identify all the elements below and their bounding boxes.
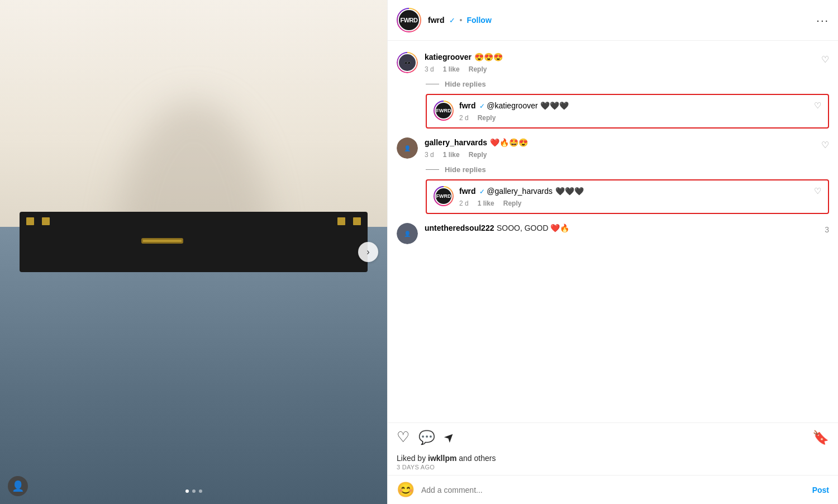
follow-button[interactable]: Follow bbox=[466, 16, 491, 25]
gallery-comment-meta: 3 d 1 like Reply bbox=[425, 151, 829, 159]
reply-gallery-reply-btn[interactable]: Reply bbox=[503, 199, 522, 207]
comments-scroll-area[interactable]: 🕶️ katiegroover 😍😍😍 3 d 1 like Reply ♡ H… bbox=[388, 41, 838, 422]
post-time-ago: 3 days ago bbox=[388, 463, 838, 475]
belt-stud bbox=[25, 216, 35, 226]
action-icons-row: ♡ 💬 ➤ 🔖 bbox=[397, 429, 829, 446]
katie-comment-meta: 3 d 1 like Reply bbox=[425, 65, 829, 73]
carousel-dot-2[interactable] bbox=[192, 489, 196, 493]
post-photo bbox=[0, 0, 387, 504]
hide-replies-gallery[interactable]: Hide replies bbox=[388, 163, 838, 176]
reply-gallery-body: fwrd ✓ @gallery_harvards 🖤🖤🖤 2 d 1 like … bbox=[459, 186, 821, 207]
katie-time: 3 d bbox=[425, 65, 434, 73]
belt-buckle bbox=[141, 238, 183, 244]
reply-katie-meta: 2 d Reply bbox=[459, 114, 821, 122]
hide-line-2 bbox=[426, 169, 439, 170]
header-info: fwrd ✓ • Follow bbox=[428, 16, 816, 25]
action-bar: ♡ 💬 ➤ 🔖 bbox=[388, 422, 838, 451]
gallery-avatar[interactable]: 👤 bbox=[397, 137, 418, 159]
untethered-username[interactable]: untetheredsoul222 bbox=[425, 224, 494, 232]
gallery-reply-button[interactable]: Reply bbox=[469, 151, 487, 159]
gallery-username[interactable]: gallery_harvards bbox=[425, 138, 487, 147]
reply-gallery-meta: 2 d 1 like Reply bbox=[459, 199, 821, 207]
reply-gallery-highlighted: FWRD fwrd ✓ @gallery_harvards 🖤🖤🖤 2 d 1 … bbox=[426, 179, 829, 214]
user-icon: 👤 bbox=[12, 480, 24, 492]
belt-stud bbox=[41, 216, 51, 226]
fwrd-verified-reply-2: ✓ bbox=[479, 188, 487, 196]
likes-text: Liked by iwkllpm and others bbox=[388, 451, 838, 463]
likes-suffix: and others bbox=[456, 454, 496, 463]
fwrd-verified-reply: ✓ bbox=[479, 102, 487, 110]
likes-prefix: Liked by bbox=[397, 454, 428, 463]
post-header: FWRD fwrd ✓ • Follow ··· bbox=[388, 0, 838, 41]
gallery-avatar-inner: 👤 bbox=[397, 137, 418, 159]
post-comment-button[interactable]: Post bbox=[812, 486, 829, 495]
katie-comment-body: katiegroover 😍😍😍 3 d 1 like Reply bbox=[425, 52, 829, 73]
untethered-avatar-inner: 👤 bbox=[397, 223, 418, 244]
hide-replies-katie[interactable]: Hide replies bbox=[388, 78, 838, 91]
katie-emoji: 😍😍😍 bbox=[474, 53, 503, 61]
reply-katie-username[interactable]: fwrd bbox=[459, 101, 476, 110]
save-button[interactable]: 🔖 bbox=[812, 430, 829, 445]
katie-avatar-inner: 🕶️ bbox=[398, 53, 417, 72]
fwrd-reply-avatar-gallery[interactable]: FWRD bbox=[434, 186, 454, 206]
katie-username[interactable]: katiegroover bbox=[425, 53, 472, 61]
fwrd-reply-avatar-katie[interactable]: FWRD bbox=[434, 101, 454, 121]
belt-stud bbox=[336, 216, 346, 226]
carousel-next-button[interactable]: › bbox=[358, 242, 378, 262]
emoji-picker-button[interactable]: 😊 bbox=[397, 481, 415, 498]
comment-item-untethered: 👤 untetheredsoul222 SOOO, GOOD ❤️🔥 3 bbox=[388, 218, 838, 249]
gallery-emoji: ❤️🔥🤩😍 bbox=[490, 138, 528, 147]
post-author-username[interactable]: fwrd bbox=[428, 16, 445, 25]
reply-katie-heart-icon[interactable]: ♡ bbox=[814, 101, 821, 111]
reply-katie-emoji: 🖤🖤🖤 bbox=[540, 101, 569, 110]
gallery-comment-body: gallery_harvards ❤️🔥🤩😍 3 d 1 like Reply bbox=[425, 137, 829, 159]
reply-katie-mention[interactable]: @katiegroover bbox=[487, 101, 537, 110]
share-button[interactable]: ➤ bbox=[440, 429, 458, 446]
reply-katie-highlighted: FWRD fwrd ✓ @katiegroover 🖤🖤🖤 2 d Reply … bbox=[426, 94, 829, 129]
katie-reply-button[interactable]: Reply bbox=[469, 65, 487, 73]
belt-stud bbox=[352, 216, 362, 226]
katie-likes[interactable]: 1 like bbox=[443, 65, 460, 73]
like-button[interactable]: ♡ bbox=[397, 429, 410, 446]
hide-replies-label-2[interactable]: Hide replies bbox=[445, 165, 486, 174]
reply-gallery-username[interactable]: fwrd bbox=[459, 187, 476, 196]
add-comment-input[interactable] bbox=[421, 486, 806, 495]
post-author-avatar-ring[interactable]: FWRD bbox=[397, 8, 421, 32]
post-author-avatar: FWRD bbox=[398, 9, 420, 31]
reply-gallery-mention[interactable]: @gallery_harvards bbox=[487, 187, 553, 196]
comment-button[interactable]: 💬 bbox=[418, 430, 435, 445]
hide-line bbox=[426, 84, 439, 84]
fwrd-avatar-inner: FWRD bbox=[435, 102, 453, 120]
comment-item-gallery: 👤 gallery_harvards ❤️🔥🤩😍 3 d 1 like Repl… bbox=[388, 133, 838, 163]
katie-avatar[interactable]: 🕶️ bbox=[397, 52, 418, 73]
more-options-button[interactable]: ··· bbox=[816, 14, 829, 27]
untethered-partial: 3 bbox=[825, 225, 829, 234]
gallery-likes[interactable]: 1 like bbox=[443, 151, 460, 159]
likes-user[interactable]: iwkllpm bbox=[428, 454, 456, 463]
hide-replies-label[interactable]: Hide replies bbox=[445, 80, 486, 88]
post-image-panel: › 👤 bbox=[0, 0, 387, 504]
reply-gallery-heart-icon[interactable]: ♡ bbox=[814, 186, 821, 196]
carousel-dot-1[interactable] bbox=[185, 489, 189, 493]
current-user-avatar: 👤 bbox=[8, 476, 28, 496]
untethered-avatar[interactable]: 👤 bbox=[397, 223, 418, 244]
reply-gallery-likes[interactable]: 1 like bbox=[478, 199, 494, 207]
untethered-comment-body: untetheredsoul222 SOOO, GOOD ❤️🔥 bbox=[425, 223, 829, 233]
untethered-emoji: SOOO, GOOD ❤️🔥 bbox=[497, 224, 569, 232]
comment-item-katie: 🕶️ katiegroover 😍😍😍 3 d 1 like Reply ♡ bbox=[388, 47, 838, 78]
fwrd-avatar-inner-2: FWRD bbox=[435, 187, 453, 205]
reply-gallery-time: 2 d bbox=[459, 199, 469, 207]
comments-panel: FWRD fwrd ✓ • Follow ··· 🕶️ katiegroover… bbox=[387, 0, 838, 504]
gallery-time: 3 d bbox=[425, 151, 434, 159]
reply-katie-reply-btn[interactable]: Reply bbox=[478, 114, 496, 122]
katie-heart-icon[interactable]: ♡ bbox=[821, 54, 829, 65]
reply-katie-body: fwrd ✓ @katiegroover 🖤🖤🖤 2 d Reply bbox=[459, 101, 821, 122]
verified-icon: ✓ bbox=[449, 16, 455, 25]
add-comment-bar: 😊 Post bbox=[388, 475, 838, 504]
belt-region bbox=[20, 212, 368, 272]
carousel-dot-3[interactable] bbox=[199, 489, 202, 493]
gallery-heart-icon[interactable]: ♡ bbox=[821, 140, 829, 150]
reply-katie-time: 2 d bbox=[459, 114, 469, 122]
header-dot-separator: • bbox=[460, 16, 463, 25]
reply-gallery-emoji: 🖤🖤🖤 bbox=[555, 187, 584, 196]
